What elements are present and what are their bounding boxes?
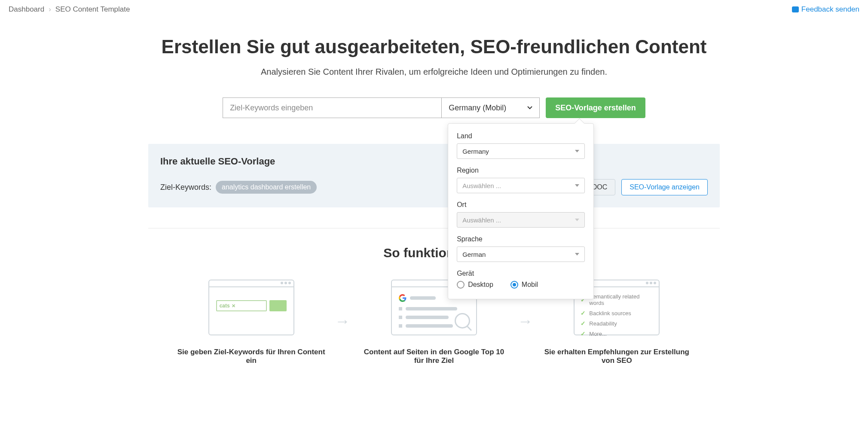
feedback-label: Feedback senden bbox=[801, 5, 859, 14]
step-1: cats✕ Sie geben Ziel-Keywords für Ihren … bbox=[176, 277, 326, 365]
country-select[interactable]: Germany bbox=[457, 143, 585, 159]
country-value: Germany bbox=[462, 148, 489, 155]
language-label: Sprache bbox=[457, 235, 585, 243]
arrow-right-icon: → bbox=[335, 312, 350, 330]
caret-down-icon bbox=[575, 253, 579, 256]
region-dropdown[interactable]: Germany (Mobil) bbox=[442, 97, 540, 118]
keywords-input[interactable] bbox=[223, 97, 442, 118]
step1-illustration: cats✕ bbox=[208, 280, 294, 335]
city-select: Auswählen ... bbox=[457, 212, 585, 228]
region-select[interactable]: Auswählen ... bbox=[457, 178, 585, 193]
device-radio-mobile[interactable]: Mobil bbox=[510, 281, 538, 289]
check-icon: ✓ bbox=[581, 320, 586, 327]
speech-bubble-icon bbox=[792, 6, 799, 12]
country-label: Land bbox=[457, 132, 585, 140]
panel-title: Ihre aktuelle SEO-Vorlage bbox=[160, 156, 708, 167]
breadcrumb-dashboard[interactable]: Dashboard bbox=[9, 5, 44, 14]
keywords-label: Ziel-Keywords: bbox=[160, 183, 211, 192]
breadcrumb-separator: › bbox=[49, 5, 51, 14]
language-value: German bbox=[462, 251, 486, 258]
caret-down-icon bbox=[575, 219, 579, 221]
feedback-link[interactable]: Feedback senden bbox=[792, 5, 859, 14]
google-icon bbox=[399, 294, 406, 302]
chevron-down-icon bbox=[527, 106, 532, 110]
device-label: Gerät bbox=[457, 270, 585, 277]
how-it-works-title: So funktioniert's bbox=[148, 246, 720, 260]
caret-down-icon bbox=[575, 184, 579, 187]
check-icon: ✓ bbox=[581, 330, 586, 337]
how-it-works-steps: cats✕ Sie geben Ziel-Keywords für Ihren … bbox=[176, 277, 692, 365]
radio-icon bbox=[457, 281, 465, 289]
view-template-button[interactable]: SEO-Vorlage anzeigen bbox=[621, 179, 708, 195]
device-radio-desktop[interactable]: Desktop bbox=[457, 281, 493, 289]
step2-caption: Content auf Seiten in den Google Top 10 … bbox=[359, 348, 509, 365]
city-value: Auswählen ... bbox=[462, 216, 501, 224]
step3-caption: Sie erhalten Empfehlungen zur Erstellung… bbox=[542, 348, 692, 365]
step1-caption: Sie geben Ziel-Keywords für Ihren Conten… bbox=[176, 348, 326, 365]
device-mobile-label: Mobil bbox=[522, 281, 538, 289]
search-row: Germany (Mobil) Land Germany Region Ausw… bbox=[148, 97, 720, 118]
arrow-right-icon: → bbox=[518, 312, 533, 330]
divider bbox=[148, 228, 720, 228]
close-icon: ✕ bbox=[232, 303, 235, 309]
region-dropdown-panel: Land Germany Region Auswählen ... Ort Au… bbox=[448, 123, 594, 299]
region-value: Auswählen ... bbox=[462, 182, 501, 189]
city-label: Ort bbox=[457, 201, 585, 209]
region-dropdown-value: Germany (Mobil) bbox=[449, 103, 506, 113]
current-template-panel: Ihre aktuelle SEO-Vorlage Ziel-Keywords:… bbox=[148, 144, 720, 207]
breadcrumb-current: SEO Content Template bbox=[55, 5, 130, 14]
caret-down-icon bbox=[575, 150, 579, 152]
breadcrumb: Dashboard › SEO Content Template bbox=[9, 5, 130, 14]
page-title: Erstellen Sie gut ausgearbeiteten, SEO-f… bbox=[148, 36, 720, 58]
magnifier-icon bbox=[455, 313, 470, 329]
device-desktop-label: Desktop bbox=[468, 281, 493, 289]
radio-icon bbox=[510, 281, 518, 289]
region-label: Region bbox=[457, 167, 585, 174]
language-select[interactable]: German bbox=[457, 246, 585, 262]
keyword-chip[interactable]: analytics dashboard erstellen bbox=[216, 181, 317, 194]
page-subtitle: Analysieren Sie Content Ihrer Rivalen, u… bbox=[148, 67, 720, 77]
check-icon: ✓ bbox=[581, 310, 586, 316]
create-template-button[interactable]: SEO-Vorlage erstellen bbox=[546, 97, 645, 118]
